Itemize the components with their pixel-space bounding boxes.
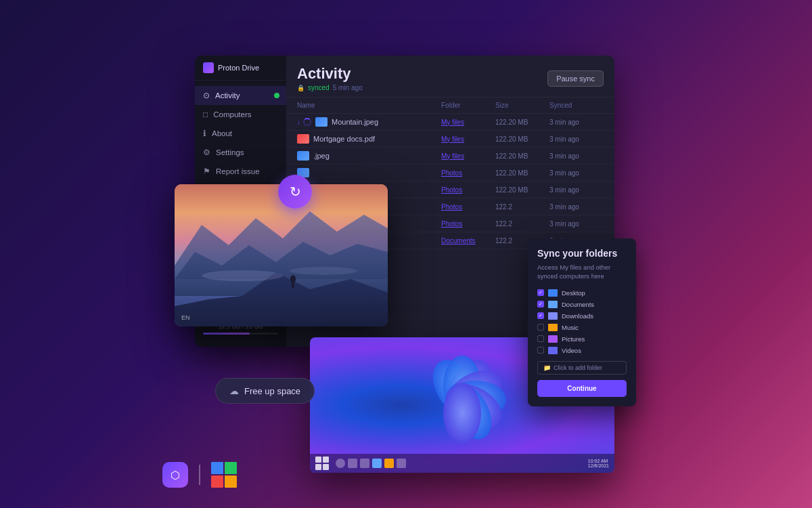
taskbar-icon-store[interactable] [372, 459, 382, 468]
sync-time: 5 min ago [333, 84, 363, 91]
cloud-icon: ☁ [229, 385, 239, 396]
col-synced: Synced [549, 102, 604, 109]
sidebar-header: Proton Drive [195, 56, 286, 81]
folder-checkbox-music[interactable] [537, 324, 544, 331]
taskbar-icon-browser[interactable] [384, 459, 394, 468]
sidebar-nav: ⊙ Activity □ Computers ℹ About ⚙ Setting… [195, 81, 286, 186]
synced-label: synced [308, 84, 330, 91]
table-row: .jpeg My files 122.20 MB 3 min ago [286, 148, 614, 165]
windows-start-icon[interactable] [315, 457, 329, 470]
svg-point-6 [202, 270, 283, 281]
folder-checkbox-documents[interactable] [537, 301, 544, 308]
computers-icon: □ [203, 110, 208, 119]
col-name: Name [297, 102, 441, 109]
windows-logo [211, 462, 237, 488]
file-size: 122.20 MB [495, 135, 549, 143]
file-name-cell: ↓ Mountain.jpeg [297, 117, 441, 127]
table-row: Photos 122.20 MB 3 min ago [286, 165, 614, 182]
sidebar-item-report-issue[interactable]: ⚑ Report issue [195, 162, 286, 181]
landscape-photo: EN [175, 184, 388, 326]
file-synced: 3 min ago [549, 152, 604, 160]
free-up-space-label: Free up space [244, 386, 300, 396]
continue-button[interactable]: Continue [537, 380, 627, 397]
windows-clock: 10:02 AM12/6/2021 [588, 459, 609, 468]
sidebar-item-computers[interactable]: □ Computers [195, 105, 286, 124]
folder-icon-videos [548, 347, 558, 354]
add-folder-button[interactable]: 📁 Click to add folder [537, 361, 627, 375]
file-size: 122.2 [495, 220, 549, 228]
pause-sync-button[interactable]: Pause sync [547, 70, 604, 87]
content-header: Activity 🔒 synced 5 min ago Pause sync [286, 56, 614, 98]
free-up-space-button[interactable]: ☁ Free up space [215, 378, 315, 404]
sync-panel-description: Access My files and other synced compute… [537, 263, 627, 281]
svg-point-15 [443, 383, 481, 444]
download-indicator: ↓ [297, 118, 311, 126]
table-row: Mortgage docs.pdf My files 122.20 MB 3 m… [286, 131, 614, 148]
sidebar-item-label-computers: Computers [213, 110, 251, 119]
col-folder: Folder [441, 102, 495, 109]
list-item: Pictures [537, 335, 627, 343]
sync-folders-panel: Sync your folders Access My files and ot… [528, 238, 636, 406]
page-title: Activity [297, 65, 363, 83]
folder-checkbox-downloads[interactable] [537, 312, 544, 319]
about-icon: ℹ [203, 129, 206, 138]
folder-link[interactable]: Photos [441, 169, 495, 177]
bottom-logos: ⬡ [162, 462, 237, 488]
windows-flower-graphic [401, 345, 523, 454]
folder-checkbox-desktop[interactable] [537, 289, 544, 296]
file-size: 122.20 MB [495, 119, 549, 126]
file-name-cell [297, 168, 441, 177]
list-item: Desktop [537, 289, 627, 297]
proton-drive-logo: ⬡ [162, 462, 188, 488]
folder-link[interactable]: Photos [441, 203, 495, 211]
header-left: Activity 🔒 synced 5 min ago [297, 65, 363, 91]
windows-logo-bl [211, 475, 223, 488]
folder-name-pictures: Pictures [562, 335, 585, 343]
taskbar-icon-search[interactable] [336, 459, 345, 468]
svg-point-7 [290, 267, 357, 275]
taskbar-icon-explorer[interactable] [360, 459, 369, 468]
folder-link[interactable]: Photos [441, 186, 495, 194]
table-header: Name Folder Size Synced [286, 98, 614, 114]
taskbar-icon-task[interactable] [348, 459, 357, 468]
folder-name-videos: Videos [562, 347, 581, 354]
sidebar-item-label-report: Report issue [216, 167, 260, 175]
list-item: Documents [537, 301, 627, 308]
folder-link[interactable]: Photos [441, 220, 495, 228]
file-name-cell: .jpeg [297, 151, 441, 161]
folder-link[interactable]: My files [441, 152, 495, 160]
sidebar-item-activity[interactable]: ⊙ Activity [195, 86, 286, 105]
file-size: 122.2 [495, 203, 549, 211]
file-synced: 3 min ago [549, 119, 604, 126]
folder-checkbox-videos[interactable] [537, 347, 544, 354]
sync-spinner [303, 118, 311, 126]
folder-link[interactable]: My files [441, 135, 495, 143]
folder-icon-desktop [548, 289, 558, 297]
file-icon-image [297, 151, 309, 161]
sidebar-item-label-activity: Activity [215, 91, 240, 100]
table-row: ↓ Mountain.jpeg My files 122.20 MB 3 min… [286, 114, 614, 131]
folder-link[interactable]: Documents [441, 237, 495, 245]
folder-list: Desktop Documents Downloads Music Pictur… [537, 289, 627, 354]
lock-icon: 🔒 [297, 85, 304, 91]
photo-window: EN [175, 184, 388, 326]
folder-checkbox-pictures[interactable] [537, 335, 544, 342]
sync-fab-button[interactable]: ↻ [278, 175, 312, 209]
proton-logo-icon: ⬡ [171, 469, 180, 482]
windows-logo-br [225, 475, 237, 488]
sidebar-item-settings[interactable]: ⚙ Settings [195, 143, 286, 162]
svg-rect-5 [292, 282, 294, 288]
list-item: Music [537, 324, 627, 331]
folder-name-music: Music [562, 324, 579, 331]
list-item: Downloads [537, 312, 627, 320]
folder-link[interactable]: My files [441, 119, 495, 126]
sidebar-item-about[interactable]: ℹ About [195, 124, 286, 143]
taskbar-icon-extra[interactable] [397, 459, 406, 468]
add-folder-label: Click to add folder [554, 364, 602, 371]
activity-icon: ⊙ [203, 91, 210, 100]
sync-status: 🔒 synced 5 min ago [297, 84, 363, 91]
file-synced: 3 min ago [549, 220, 604, 228]
folder-name-downloads: Downloads [562, 312, 593, 320]
sidebar-item-label-about: About [212, 129, 232, 137]
sync-panel-title: Sync your folders [537, 248, 627, 259]
